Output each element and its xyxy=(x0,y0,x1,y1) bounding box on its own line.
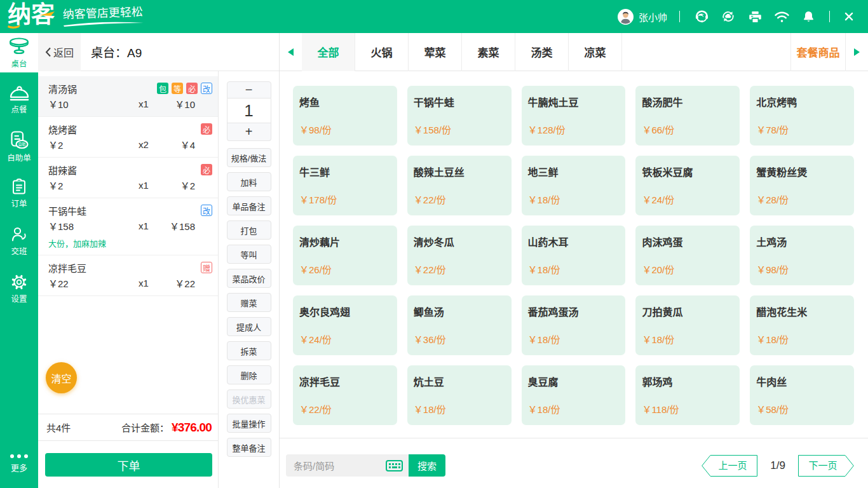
svg-text:下一页: 下一页 xyxy=(808,460,837,471)
svg-text:上一页: 上一页 xyxy=(719,460,747,471)
svg-text:自助: 自助 xyxy=(18,142,25,147)
svg-text:纳客管店更轻松: 纳客管店更轻松 xyxy=(62,6,143,21)
